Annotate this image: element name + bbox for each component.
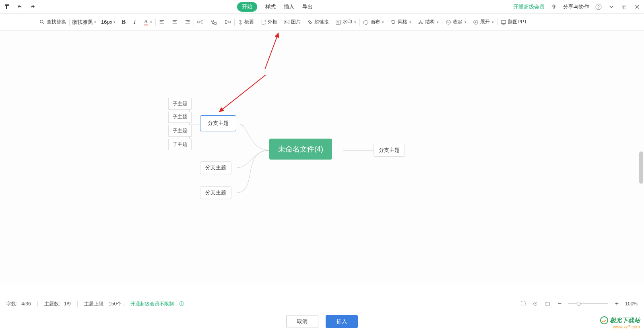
branch-node-3[interactable]: 分支主题: [200, 186, 231, 199]
root-node[interactable]: 未命名文件(4): [269, 139, 332, 160]
style-button[interactable]: 风格▾: [390, 18, 412, 26]
mindppt-button[interactable]: 脑图PPT: [500, 18, 528, 26]
chevron-down-icon: ▾: [354, 20, 356, 24]
branch-node-selected[interactable]: 分支主题: [200, 115, 236, 131]
font-color-button[interactable]: A▾: [143, 18, 153, 26]
collapse-label: 收起: [453, 19, 462, 25]
canvas-button[interactable]: 画布▾: [362, 18, 385, 26]
annotation-arrow-2: [262, 31, 290, 71]
hyperlink-label: 超链接: [314, 19, 329, 25]
svg-rect-5: [198, 21, 200, 23]
frame-button[interactable]: 外框: [260, 18, 278, 26]
style-label: 风格: [398, 19, 407, 25]
svg-text:印: 印: [337, 21, 339, 23]
redo-icon[interactable]: [29, 3, 36, 10]
mindmap-canvas[interactable]: 未命名文件(4) 分支主题 分支主题 分支主题 分支主题 子主题 子主题 子主题…: [0, 31, 644, 285]
svg-line-17: [219, 75, 266, 112]
share-icon[interactable]: [550, 3, 557, 10]
branch-node-right[interactable]: 分支主题: [374, 144, 405, 157]
font-size-select[interactable]: 16px▾: [101, 19, 116, 25]
summary-label: 概要: [244, 19, 254, 25]
annotation-arrow-1: [201, 31, 286, 115]
separator: [359, 19, 360, 26]
structure-label: 结构: [425, 19, 435, 25]
formatting-toolbar: 查找替换 微软雅黑▾ 16px▾ B I A▾ 概要 外框 图片 超链接 印水印…: [0, 14, 644, 31]
chevron-down-icon: ▾: [150, 20, 152, 24]
svg-point-11: [285, 21, 286, 22]
collapse-button[interactable]: 收起▾: [445, 18, 467, 26]
tab-start[interactable]: 开始: [237, 2, 257, 12]
topic-button-1[interactable]: [196, 19, 204, 26]
svg-rect-16: [502, 20, 506, 23]
svg-line-18: [265, 33, 279, 69]
svg-point-4: [40, 20, 43, 23]
search-label: 查找替换: [47, 19, 66, 25]
watermark-button[interactable]: 印水印▾: [334, 18, 357, 26]
help-icon[interactable]: ?: [595, 3, 602, 10]
separator: [442, 19, 442, 26]
align-left-button[interactable]: [158, 19, 165, 26]
image-button[interactable]: 图片: [283, 18, 301, 26]
expand-button[interactable]: 展开▾: [472, 18, 495, 26]
topbar-tabs: 开始 样式 插入 导出: [36, 2, 513, 12]
chevron-down-icon: ▾: [492, 20, 494, 24]
separator: [69, 19, 70, 26]
sub-node-2[interactable]: 子主题: [168, 112, 192, 123]
search-replace-button[interactable]: 查找替换: [39, 18, 67, 26]
tab-export[interactable]: 导出: [302, 3, 313, 10]
top-menu-bar: 开始 样式 插入 导出 开通超级会员 分享与协作 ?: [0, 0, 644, 14]
sub-node-3[interactable]: 子主题: [168, 125, 192, 137]
svg-rect-3: [623, 6, 626, 9]
sub-node-1[interactable]: 子主题: [168, 98, 192, 110]
font-family-select[interactable]: 微软雅黑▾: [72, 19, 96, 26]
canvas-label: 画布: [370, 19, 380, 25]
align-right-button[interactable]: [184, 19, 191, 26]
undo-icon[interactable]: [16, 3, 23, 10]
separator: [118, 19, 118, 26]
topic-button-3[interactable]: [224, 19, 232, 26]
tab-insert[interactable]: 插入: [284, 3, 294, 10]
italic-button[interactable]: I: [133, 18, 136, 26]
svg-rect-7: [214, 22, 216, 24]
connectors: [0, 31, 443, 232]
maximize-icon[interactable]: [621, 3, 628, 10]
minimize-icon[interactable]: [608, 3, 615, 10]
frame-label: 外框: [268, 19, 277, 25]
chevron-down-icon: ▾: [94, 20, 96, 24]
align-center-button[interactable]: [171, 19, 178, 26]
summary-button[interactable]: 概要: [237, 18, 255, 26]
close-icon[interactable]: [634, 3, 641, 10]
separator: [155, 19, 156, 26]
topic-button-2[interactable]: [210, 19, 218, 26]
svg-rect-8: [228, 21, 230, 23]
branch-node-2[interactable]: 分支主题: [200, 161, 231, 174]
share-label[interactable]: 分享与协作: [563, 3, 589, 10]
chevron-down-icon: ▾: [437, 20, 439, 24]
expand-label: 展开: [480, 19, 490, 25]
image-label: 图片: [291, 19, 301, 25]
topbar-left: [3, 3, 36, 10]
bold-button[interactable]: B: [121, 18, 126, 26]
watermark-label: 水印: [343, 19, 352, 25]
chevron-down-icon: ▾: [114, 20, 116, 24]
vertical-scrollbar[interactable]: [639, 151, 643, 184]
svg-text:?: ?: [597, 5, 600, 9]
separator: [194, 19, 194, 26]
upgrade-member-link[interactable]: 开通超级会员: [513, 3, 545, 10]
topbar-right: 开通超级会员 分享与协作 ?: [513, 3, 641, 10]
structure-button[interactable]: 结构▾: [417, 18, 440, 26]
tab-style[interactable]: 样式: [265, 3, 276, 10]
chevron-down-icon: ▾: [382, 20, 384, 24]
app-logo-icon[interactable]: [3, 3, 10, 10]
svg-rect-9: [261, 20, 266, 24]
chevron-down-icon: ▾: [409, 20, 411, 24]
svg-rect-6: [211, 20, 213, 21]
separator: [234, 19, 235, 26]
separator: [497, 19, 497, 26]
mindppt-label: 脑图PPT: [508, 19, 527, 25]
sub-node-4[interactable]: 子主题: [168, 139, 192, 150]
hyperlink-button[interactable]: 超链接: [306, 18, 330, 26]
chevron-down-icon: ▾: [464, 20, 466, 24]
